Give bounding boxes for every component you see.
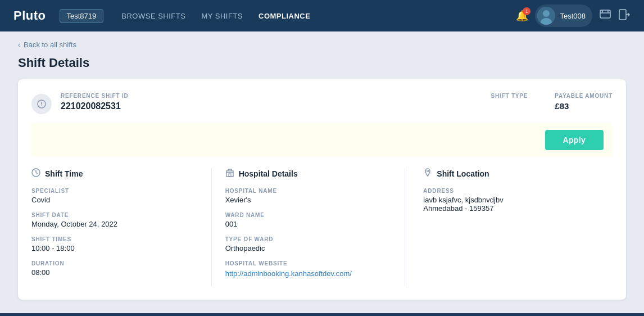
field-hospital-name: HOSPITAL NAME Xevier's bbox=[225, 188, 392, 204]
breadcrumb[interactable]: ‹ Back to all shifts bbox=[18, 40, 626, 49]
apply-button[interactable]: Apply bbox=[545, 130, 604, 150]
tenant-badge[interactable]: Test8719 bbox=[60, 9, 104, 23]
clock-icon bbox=[31, 168, 40, 179]
hospital-icon bbox=[225, 168, 234, 179]
field-label: HOSPITAL NAME bbox=[225, 188, 392, 194]
field-duration: DURATION 08:00 bbox=[31, 260, 198, 277]
bell-button[interactable]: 🔔 1 bbox=[516, 10, 528, 22]
shift-meta: SHIFT TYPE PAYABLE AMOUNT £83 bbox=[491, 93, 613, 111]
sections-row: Shift Time SPECIALIST Covid SHIFT DATE M… bbox=[31, 168, 613, 286]
field-value: Monday, October 24, 2022 bbox=[31, 220, 198, 228]
shift-time-title: Shift Time bbox=[45, 169, 83, 178]
location-title: Shift Location bbox=[437, 169, 489, 178]
apply-banner: Apply bbox=[31, 123, 613, 157]
breadcrumb-arrow-icon: ‹ bbox=[18, 41, 20, 49]
field-value: 08:00 bbox=[31, 268, 198, 277]
field-shift-times: SHIFT TIMES 10:00 - 18:00 bbox=[31, 236, 198, 252]
nav-compliance[interactable]: COMPLIANCE bbox=[258, 12, 310, 20]
field-address: ADDRESS iavb ksjafvc, kjsdbnvdjbv Ahmeda… bbox=[423, 188, 613, 213]
field-value: Covid bbox=[31, 196, 198, 204]
field-hospital-website: HOSPITAL WEBSITE http://adminbooking.kan… bbox=[225, 260, 392, 278]
shift-card: REFERENCE SHIFT ID 221020082531 SHIFT TY… bbox=[18, 79, 626, 300]
logout-icon[interactable] bbox=[618, 8, 631, 24]
shift-time-header: Shift Time bbox=[31, 168, 198, 179]
field-specialist: SPECIALIST Covid bbox=[31, 188, 198, 204]
ref-icon bbox=[31, 94, 52, 114]
field-label: WARD NAME bbox=[225, 212, 392, 218]
location-section: Shift Location ADDRESS iavb ksjafvc, kjs… bbox=[419, 168, 613, 286]
nav-browse-shifts[interactable]: BROWSE SHIFTS bbox=[121, 12, 185, 20]
hospital-header: Hospital Details bbox=[225, 168, 392, 179]
payable-label: PAYABLE AMOUNT bbox=[555, 93, 613, 99]
ref-value: 221020082531 bbox=[61, 101, 482, 111]
location-header: Shift Location bbox=[423, 168, 613, 179]
svg-point-21 bbox=[427, 170, 429, 172]
payable-value: £83 bbox=[555, 101, 613, 111]
shift-time-section: Shift Time SPECIALIST Covid SHIFT DATE M… bbox=[31, 168, 212, 286]
field-label: DURATION bbox=[31, 260, 198, 267]
svg-rect-7 bbox=[619, 10, 626, 20]
avatar-image bbox=[537, 7, 555, 25]
field-value: Xevier's bbox=[225, 196, 392, 204]
header-right: 🔔 1 Test008 bbox=[516, 4, 631, 27]
header: Pluto Test8719 BROWSE SHIFTS MY SHIFTS C… bbox=[0, 0, 644, 31]
nav-my-shifts[interactable]: MY SHIFTS bbox=[201, 12, 243, 20]
field-label: SHIFT DATE bbox=[31, 212, 198, 218]
field-shift-date: SHIFT DATE Monday, October 24, 2022 bbox=[31, 212, 198, 228]
reference-row: REFERENCE SHIFT ID 221020082531 SHIFT TY… bbox=[31, 93, 613, 114]
svg-point-1 bbox=[543, 10, 550, 17]
profile-icon[interactable] bbox=[599, 8, 611, 24]
field-value: iavb ksjafvc, kjsdbnvdjbv Ahmedabad - 15… bbox=[423, 196, 613, 213]
shift-type-label: SHIFT TYPE bbox=[491, 93, 528, 99]
field-ward-type: TYPE OF WARD Orthopaedic bbox=[225, 236, 392, 252]
field-value: 001 bbox=[225, 220, 392, 228]
page-title: Shift Details bbox=[18, 56, 626, 70]
hospital-website-link[interactable]: http://adminbooking.kanhasoftdev.com/ bbox=[225, 269, 352, 278]
main-nav: BROWSE SHIFTS MY SHIFTS COMPLIANCE bbox=[121, 12, 507, 20]
main-content: ‹ Back to all shifts Shift Details REFER… bbox=[0, 31, 644, 313]
bell-badge: 1 bbox=[523, 7, 530, 15]
field-label: SPECIALIST bbox=[31, 188, 198, 194]
field-label: SHIFT TIMES bbox=[31, 236, 198, 242]
svg-line-14 bbox=[36, 173, 38, 174]
ref-label: REFERENCE SHIFT ID bbox=[61, 93, 482, 99]
field-label: ADDRESS bbox=[423, 188, 613, 194]
field-label: TYPE OF WARD bbox=[225, 236, 392, 242]
avatar bbox=[537, 7, 555, 25]
hospital-title: Hospital Details bbox=[239, 169, 298, 178]
user-pill[interactable]: Test008 bbox=[535, 4, 592, 27]
shift-type-meta: SHIFT TYPE bbox=[491, 93, 528, 101]
field-ward-name: WARD NAME 001 bbox=[225, 212, 392, 228]
svg-rect-3 bbox=[600, 10, 610, 18]
logo: Pluto bbox=[13, 8, 46, 23]
footer: Privacy Policy Terms and Conditions Mode… bbox=[0, 313, 644, 316]
hospital-section: Hospital Details HOSPITAL NAME Xevier's … bbox=[225, 168, 406, 286]
svg-point-11 bbox=[41, 105, 42, 106]
user-name: Test008 bbox=[560, 12, 586, 20]
field-value: 10:00 - 18:00 bbox=[31, 244, 198, 252]
payable-meta: PAYABLE AMOUNT £83 bbox=[555, 93, 613, 111]
field-value: Orthopaedic bbox=[225, 244, 392, 252]
location-icon bbox=[423, 168, 432, 179]
field-label: HOSPITAL WEBSITE bbox=[225, 260, 392, 267]
ref-info: REFERENCE SHIFT ID 221020082531 bbox=[61, 93, 482, 111]
breadcrumb-label: Back to all shifts bbox=[24, 40, 76, 49]
